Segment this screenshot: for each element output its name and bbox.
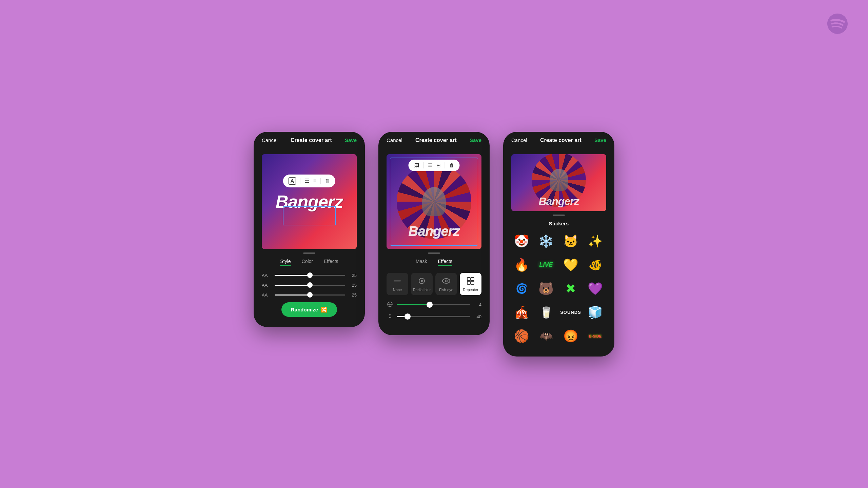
phone1-toolbar-text-icon[interactable]: A [289, 177, 296, 185]
phone2-effect-none[interactable]: None [387, 273, 408, 295]
sticker-ice[interactable]: 🧊 [585, 302, 606, 323]
phones-container: Cancel Create cover art Save Bangerz A ☰ [254, 132, 614, 357]
phone1-content: Bangerz A ☰ ≡ 🗑 Style [254, 147, 365, 327]
phone2-effect-options: None Radial blur [387, 273, 481, 295]
sticker-bear[interactable]: 🐻 [536, 279, 556, 299]
svg-point-2 [421, 280, 423, 282]
svg-rect-5 [467, 278, 470, 281]
none-label: None [393, 288, 402, 292]
phone1-tab-style[interactable]: Style [280, 259, 291, 266]
sticker-live[interactable]: LIVE [536, 255, 556, 275]
fish-eye-label: Fish eye [439, 288, 453, 292]
repeater-label: Repeater [463, 288, 478, 292]
sticker-rocket[interactable]: B-SIDE [585, 326, 606, 346]
phone2-effect-fish-eye[interactable]: Fish eye [435, 273, 457, 295]
phone2-edit-toolbar: 🖼 ☰ ⊟ 🗑 [409, 160, 460, 171]
phone2-slider2-icon [387, 313, 393, 320]
phone2-content: Bangerz 🖼 ☰ ⊟ 🗑 Mas [378, 147, 490, 335]
phone3-cover-art[interactable]: Bangerz [511, 154, 606, 211]
phone1-slider2-thumb[interactable] [307, 282, 313, 288]
phone1-cover-gradient: Bangerz [262, 154, 357, 249]
sticker-basketball[interactable]: 🏀 [511, 326, 532, 346]
phone3-cancel[interactable]: Cancel [511, 137, 527, 143]
sticker-x-mark[interactable]: ✖ [560, 279, 581, 299]
svg-rect-7 [467, 281, 470, 284]
phone2-slider-1: 4 [387, 301, 481, 308]
sticker-gold-heart[interactable]: 💛 [560, 255, 581, 275]
phone1-slider2-track[interactable] [275, 285, 345, 286]
phone2-slider1-thumb[interactable] [427, 302, 433, 308]
phone1-slider2-value: 25 [349, 283, 357, 288]
phone1-title: Create cover art [291, 137, 332, 143]
phone2-cancel[interactable]: Cancel [387, 137, 402, 143]
phone2-title: Create cover art [415, 137, 457, 143]
phone1-slider-1: AA 25 [262, 273, 357, 278]
svg-point-12 [389, 314, 391, 316]
phone2-tabs: Mask Effects [387, 259, 481, 266]
phone2-cover-art[interactable]: Bangerz 🖼 ☰ ⊟ 🗑 [387, 154, 481, 249]
phone2-tab-effects[interactable]: Effects [438, 259, 452, 266]
phone2-effect-radial-blur[interactable]: Radial blur [411, 273, 433, 295]
sticker-sounds[interactable]: SOUNDS [560, 302, 581, 323]
fish-eye-icon [441, 276, 451, 286]
sticker-fire[interactable]: 🔥 [511, 255, 532, 275]
sticker-fish[interactable]: 🐠 [585, 255, 606, 275]
phone2-slider-2: 40 [387, 313, 481, 320]
phone1-slider3-thumb[interactable] [307, 292, 313, 298]
phone1-cancel[interactable]: Cancel [262, 137, 278, 143]
sticker-pink-sparkle[interactable]: 💜 [585, 279, 606, 299]
sticker-milk[interactable]: 🥛 [536, 302, 556, 323]
phone2-effect-repeater[interactable]: Repeater [460, 273, 481, 295]
sticker-swirl[interactable]: 🌀 [511, 279, 532, 299]
phone1-slider2-fill [275, 285, 310, 286]
phone3-save[interactable]: Save [594, 137, 606, 143]
phone1-slider3-track[interactable] [275, 294, 345, 296]
sticker-jester[interactable]: 🎪 [511, 302, 532, 323]
phone2-slider2-track[interactable] [397, 316, 470, 317]
phone2-slider1-track[interactable] [397, 304, 470, 305]
phone3-person [550, 169, 568, 191]
phone2-slider2-value: 40 [473, 314, 481, 319]
phone3-text-overlay: Bangerz [511, 195, 606, 208]
sticker-clown[interactable]: 🤡 [511, 231, 532, 251]
sticker-bats[interactable]: 🦇 [536, 326, 556, 346]
phone1-slider3-fill [275, 294, 310, 296]
phone2-save[interactable]: Save [470, 137, 481, 143]
phone1-toolbar-align-icon[interactable]: ☰ [304, 178, 309, 184]
sticker-snowflake[interactable]: ❄️ [536, 231, 556, 251]
svg-point-3 [442, 279, 450, 283]
phone2-toolbar-align-icon[interactable]: ☰ [428, 162, 432, 168]
phone1-cover-art[interactable]: Bangerz A ☰ ≡ 🗑 [262, 154, 357, 249]
phone2-person [422, 187, 446, 216]
phone1-slider1-value: 25 [349, 273, 357, 278]
phone2-toolbar-trash-icon[interactable]: 🗑 [449, 162, 454, 168]
phone1-toolbar-delete-icon[interactable]: 🗑 [325, 178, 330, 184]
phone1-tab-effects[interactable]: Effects [324, 259, 338, 266]
phone2-toolbar-filter-icon[interactable]: ⊟ [436, 162, 441, 168]
phone-1: Cancel Create cover art Save Bangerz A ☰ [254, 132, 365, 327]
phone1-slider1-thumb[interactable] [307, 272, 313, 278]
sticker-pink-cat[interactable]: 🐱 [560, 231, 581, 251]
phone1-save[interactable]: Save [345, 137, 357, 143]
phone1-header: Cancel Create cover art Save [254, 132, 365, 147]
phone3-header: Cancel Create cover art Save [503, 132, 614, 147]
phone2-slider1-icon [387, 301, 393, 308]
phone3-bangerz-text: Bangerz [538, 195, 579, 208]
radial-blur-label: Radial blur [413, 288, 431, 292]
repeater-icon [466, 276, 475, 286]
phone1-slider1-track[interactable] [275, 275, 345, 276]
phone2-toolbar-image-icon[interactable]: 🖼 [414, 162, 419, 168]
randomize-icon: 🔀 [321, 306, 328, 313]
phone2-slider2-thumb[interactable] [405, 313, 411, 320]
phone1-tab-color[interactable]: Color [302, 259, 313, 266]
phone1-toolbar-filter-icon[interactable]: ≡ [313, 178, 316, 184]
sticker-sparkle[interactable]: ✨ [585, 231, 606, 251]
phone2-drag-indicator [428, 252, 440, 254]
phone1-bangerz-text: Bangerz [276, 191, 343, 212]
phone1-slider-2: AA 25 [262, 283, 357, 288]
phone2-slider1-fill [397, 304, 430, 305]
svg-point-4 [445, 280, 447, 282]
sticker-angry[interactable]: 😡 [560, 326, 581, 346]
phone2-tab-mask[interactable]: Mask [416, 259, 427, 266]
randomize-button[interactable]: Randomize 🔀 [281, 302, 337, 317]
